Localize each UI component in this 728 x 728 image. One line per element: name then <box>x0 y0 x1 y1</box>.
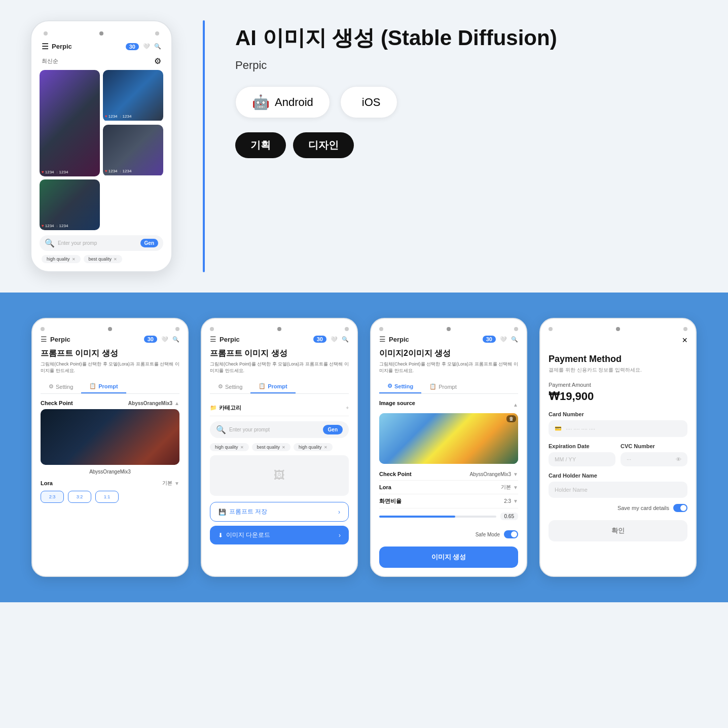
sc-search-icon-1: 🔍 <box>172 336 179 343</box>
blue-section: ☰ Perpic 30 🤍 🔍 프롬프트 이미지 생성 그림체(Check Po… <box>0 293 728 602</box>
sc-img-preview-1 <box>41 409 179 465</box>
save-icon: 💾 <box>219 508 226 516</box>
sc-source-del[interactable]: 🗑 <box>506 415 516 422</box>
sc-tab-prompt-2[interactable]: 📋 Prompt <box>250 380 296 393</box>
sc-slider-row: 0.65 <box>379 508 518 527</box>
chevron-up-icon: ▲ <box>174 401 179 406</box>
tag-x-2[interactable]: ✕ <box>282 445 285 450</box>
aspect-23[interactable]: 2:3 <box>41 491 64 503</box>
phone-logo: Perpic <box>52 43 72 50</box>
close-icon[interactable]: × <box>682 335 687 346</box>
category-design[interactable]: 디자인 <box>293 132 354 158</box>
sc-tags-2: high quality ✕ best quality ✕ high quali… <box>210 443 349 451</box>
sc-badge-3: 30 <box>483 336 496 343</box>
sc-heart-icon-3: 🤍 <box>500 336 507 343</box>
sc-category-row: 📁 카테고리 + <box>210 400 349 416</box>
chevron-right-icon-2: › <box>339 532 341 539</box>
sc-tag-3[interactable]: high quality ✕ <box>294 443 333 451</box>
sc-holder-input[interactable]: Holder Name <box>549 482 687 498</box>
sc-prompt-search-icon-2: 🔍 <box>216 425 226 434</box>
sc-expiry-input[interactable]: MM / YY <box>549 452 615 466</box>
sc-header-3: ☰ Perpic 30 🤍 🔍 <box>379 335 518 343</box>
hamburger-icon: ☰ <box>42 42 49 51</box>
sc-status-1 <box>41 327 179 331</box>
tag-remove-icon[interactable]: ✕ <box>114 257 117 262</box>
sc-checkpoint-value-1: AbyssOrangeMix3 ▲ <box>128 400 179 406</box>
sc-gen-btn-2[interactable]: Gen <box>323 425 343 434</box>
filter-label: 최신순 <box>42 57 58 65</box>
sc-subtitle-3: 그림체(Check Point)를 선택한 후 모델(Lora)과 프롬프트를 … <box>379 361 518 374</box>
sc-logo-1: Perpic <box>50 336 70 343</box>
ios-badge[interactable]: iOS <box>340 86 397 118</box>
sc-card-number-label: Card Number <box>549 411 687 417</box>
sc-save-toggle[interactable] <box>673 504 687 512</box>
tag-x-3[interactable]: ✕ <box>324 445 327 450</box>
menu-icon-3: ☰ <box>379 335 386 343</box>
sc-img-source-header: Image source ▲ <box>379 400 518 409</box>
android-badge[interactable]: 🤖 Android <box>235 86 330 118</box>
tag-high-quality[interactable]: high quality ✕ <box>42 255 81 263</box>
sc-download-btn[interactable]: ⬇ 이미지 다운로드 › <box>210 526 349 544</box>
sc-tabs-2: ⚙ Setting 📋 Prompt <box>210 380 349 394</box>
sc-tag-1[interactable]: high quality ✕ <box>210 443 249 451</box>
sc-payment-amount: ₩19,900 <box>549 390 687 403</box>
sc-save-toggle-knob <box>680 505 686 511</box>
menu-icon-2: ☰ <box>210 335 216 343</box>
sc-field-row-expiry-cvc: Expiration Date MM / YY CVC Number ··· 👁 <box>549 443 687 466</box>
tag-remove-icon[interactable]: ✕ <box>72 257 76 262</box>
sc-tab-setting-1[interactable]: ⚙ Setting <box>41 380 81 393</box>
sc-confirm-btn[interactable]: 확인 <box>549 520 687 541</box>
app-publisher: Perpic <box>235 59 698 72</box>
sc-save-btn[interactable]: 💾 프롬프트 저장 › <box>210 502 349 522</box>
phone-prompt-bar[interactable]: 🔍 Enter your promp Gen <box>40 235 163 251</box>
sc-holder-label: Card Holder Name <box>549 472 687 479</box>
sc-toggle-knob <box>511 531 517 537</box>
sc-tab-prompt-1[interactable]: 📋 Prompt <box>81 380 126 393</box>
image-empty-placeholder: 🖼 <box>210 455 349 496</box>
sc-expiry-field: Expiration Date MM / YY <box>549 443 615 466</box>
category-planning[interactable]: 기획 <box>235 132 286 158</box>
sc-prompt-icon-2: 📋 <box>259 383 266 389</box>
sc-tab-prompt-3[interactable]: 📋 Prompt <box>421 380 464 393</box>
prompt-input[interactable]: Enter your promp <box>58 240 137 246</box>
sc-title-3: 이미지2이미지 생성 <box>379 348 518 359</box>
sc-aspect-row-1: 2:3 3:2 1:1 <box>41 491 179 503</box>
screenshot-card-4: × Payment Method 결제를 위한 신용카드 정보를 입력하세요. … <box>539 318 697 577</box>
aspect-11[interactable]: 1:1 <box>95 491 119 503</box>
phone-mockup: ☰ Perpic 30 🤍 🔍 최신순 ⚙ ♥1234 ↓1234 <box>30 20 172 272</box>
sc-tag-2[interactable]: best quality ✕ <box>252 443 291 451</box>
sc-title-1: 프롬프트 이미지 생성 <box>41 348 179 359</box>
heart-nav-icon: 🤍 <box>143 43 150 50</box>
sc-prompt-bar-2[interactable]: 🔍 Enter your prompt Gen <box>210 421 349 438</box>
sc-payment-title: Payment Method <box>549 354 687 365</box>
tag-best-quality[interactable]: best quality ✕ <box>84 255 123 263</box>
sc-setting-icon-2: ⚙ <box>218 383 223 390</box>
sc-cp-row-ratio: 화면비율 2:3 ▼ <box>379 494 518 508</box>
sc-tab-setting-2[interactable]: ⚙ Setting <box>210 380 250 393</box>
chevron-down-icon-3: ▼ <box>513 485 518 490</box>
chevron-down-icon: ▼ <box>174 481 179 486</box>
sc-save-row: Save my card details <box>549 504 687 512</box>
sc-checkpoint-label-1: Check Point AbyssOrangeMix3 ▲ <box>41 400 179 406</box>
aspect-32[interactable]: 3:2 <box>68 491 91 503</box>
sc-safe-toggle[interactable] <box>504 530 518 538</box>
sc-gen-big-btn[interactable]: 이미지 생성 <box>379 547 518 568</box>
sc-heart-icon-1: 🤍 <box>161 336 168 343</box>
gen-button[interactable]: Gen <box>140 239 158 247</box>
sc-search-icon-2: 🔍 <box>342 336 349 343</box>
sc-tab-setting-3[interactable]: ⚙ Setting <box>379 380 421 393</box>
phone-images-grid: ♥1234 ↓1234 ♥1234 ↓1234 ♥1234 ↓1 <box>40 70 163 230</box>
sc-setting-icon-3: ⚙ <box>387 383 392 389</box>
sc-header-1: ☰ Perpic 30 🤍 🔍 <box>41 335 179 343</box>
sc-prompt-icon-3: 📋 <box>429 383 436 390</box>
ios-label: iOS <box>362 96 381 109</box>
tag-x-1[interactable]: ✕ <box>240 445 244 450</box>
sc-category-label: 📁 카테고리 <box>210 404 241 412</box>
sc-prompt-input-2[interactable]: Enter your prompt <box>229 427 320 432</box>
filter-icon: ⚙ <box>154 56 161 66</box>
app-title: AI 이미지 생성 (Stable Diffusion) <box>235 25 698 51</box>
sc-cvc-input[interactable]: ··· 👁 <box>621 452 687 466</box>
sc-cp-row-checkpoint: Check Point AbyssOrangeMix3 ▼ <box>379 468 518 481</box>
filter-row: 최신순 ⚙ <box>40 55 163 70</box>
sc-card-number-input[interactable]: 💳 ···· ···· ···· ···· <box>549 420 687 437</box>
